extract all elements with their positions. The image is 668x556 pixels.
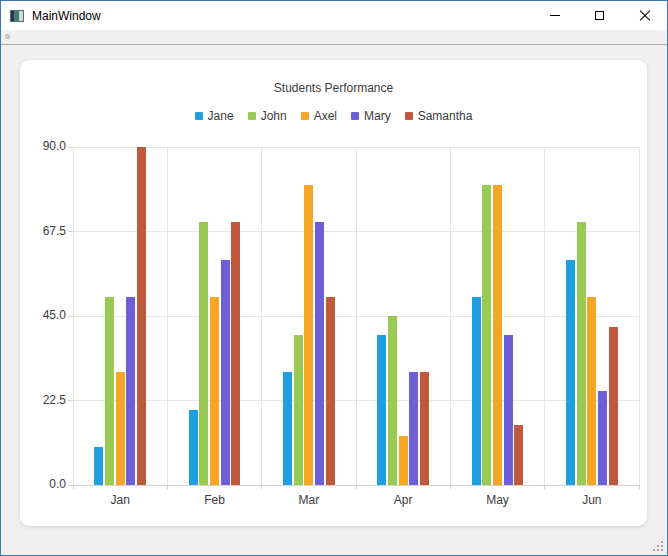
toolbar-grip-handle[interactable] (5, 34, 10, 39)
close-icon (639, 10, 651, 22)
gridline-v (356, 147, 357, 485)
bar-jane-mar (283, 372, 292, 485)
plot-area (73, 147, 639, 485)
axis-tick (261, 485, 262, 489)
legend-item-mary: Mary (351, 109, 391, 123)
title-bar[interactable]: MainWindow (1, 1, 667, 30)
bar-jane-jan (94, 447, 103, 485)
x-axis-label: Jan (95, 493, 145, 507)
bar-jane-may (472, 297, 481, 485)
bar-john-feb (199, 222, 208, 485)
y-axis-label: 67.5 (20, 224, 66, 238)
x-axis-label: Mar (284, 493, 334, 507)
bar-mary-jan (126, 297, 135, 485)
gridline-v (167, 147, 168, 485)
x-axis-label: Feb (190, 493, 240, 507)
bar-samantha-jan (137, 147, 146, 485)
size-grip[interactable] (652, 540, 663, 551)
y-axis-label: 45.0 (20, 308, 66, 322)
bar-john-jun (577, 222, 586, 485)
legend-marker-icon (195, 112, 203, 120)
minimize-button[interactable] (532, 1, 577, 30)
legend-marker-icon (248, 112, 256, 120)
bar-mary-mar (315, 222, 324, 485)
gridline-v (450, 147, 451, 485)
bar-john-jan (105, 297, 114, 485)
bar-axel-jan (116, 372, 125, 485)
gridline-v (639, 147, 640, 485)
gridline-v (261, 147, 262, 485)
bar-samantha-feb (231, 222, 240, 485)
bar-axel-mar (304, 185, 313, 485)
bar-axel-apr (399, 436, 408, 485)
y-axis-label: 22.5 (20, 393, 66, 407)
x-axis-label: May (473, 493, 523, 507)
bar-samantha-mar (326, 297, 335, 485)
bar-jane-apr (377, 335, 386, 485)
close-button[interactable] (622, 1, 667, 30)
axis-tick (544, 485, 545, 489)
bar-jane-feb (189, 410, 198, 485)
legend-label: Mary (364, 109, 391, 123)
legend-item-john: John (248, 109, 287, 123)
bar-john-apr (388, 316, 397, 485)
main-window: MainWindow Students Performance JaneJohn… (0, 0, 668, 556)
gridline-v (544, 147, 545, 485)
bar-samantha-apr (420, 372, 429, 485)
window-title: MainWindow (32, 9, 101, 23)
legend-item-jane: Jane (195, 109, 234, 123)
legend-label: Axel (314, 109, 337, 123)
legend-marker-icon (405, 112, 413, 120)
bar-samantha-jun (609, 327, 618, 485)
legend-label: Samantha (418, 109, 473, 123)
x-axis-label: Jun (567, 493, 617, 507)
axis-tick (356, 485, 357, 489)
bar-mary-apr (409, 372, 418, 485)
minimize-icon (550, 15, 560, 16)
bar-axel-feb (210, 297, 219, 485)
axis-tick (639, 485, 640, 489)
bar-samantha-may (514, 425, 523, 485)
bar-axel-jun (587, 297, 596, 485)
legend-item-axel: Axel (301, 109, 337, 123)
bar-john-mar (294, 335, 303, 485)
bar-mary-may (504, 335, 513, 485)
window-controls (532, 1, 667, 30)
bar-axel-may (493, 185, 502, 485)
axis-tick (73, 485, 74, 489)
y-axis-label: 0.0 (20, 477, 66, 491)
gridline-v (73, 147, 74, 485)
bar-mary-jun (598, 391, 607, 485)
axis-tick (450, 485, 451, 489)
maximize-icon (595, 11, 604, 20)
axis-tick (167, 485, 168, 489)
legend-label: Jane (208, 109, 234, 123)
x-axis-label: Apr (378, 493, 428, 507)
chart-title: Students Performance (20, 81, 647, 95)
chart-legend: JaneJohnAxelMarySamantha (20, 108, 647, 124)
toolbar (1, 30, 667, 45)
bar-john-may (482, 185, 491, 485)
maximize-button[interactable] (577, 1, 622, 30)
legend-marker-icon (301, 112, 309, 120)
window-icon (10, 10, 24, 22)
legend-label: John (261, 109, 287, 123)
bar-mary-feb (221, 260, 230, 485)
legend-item-samantha: Samantha (405, 109, 473, 123)
chart-panel: Students Performance JaneJohnAxelMarySam… (20, 60, 647, 526)
bar-jane-jun (566, 260, 575, 485)
y-axis-label: 90.0 (20, 139, 66, 153)
legend-marker-icon (351, 112, 359, 120)
